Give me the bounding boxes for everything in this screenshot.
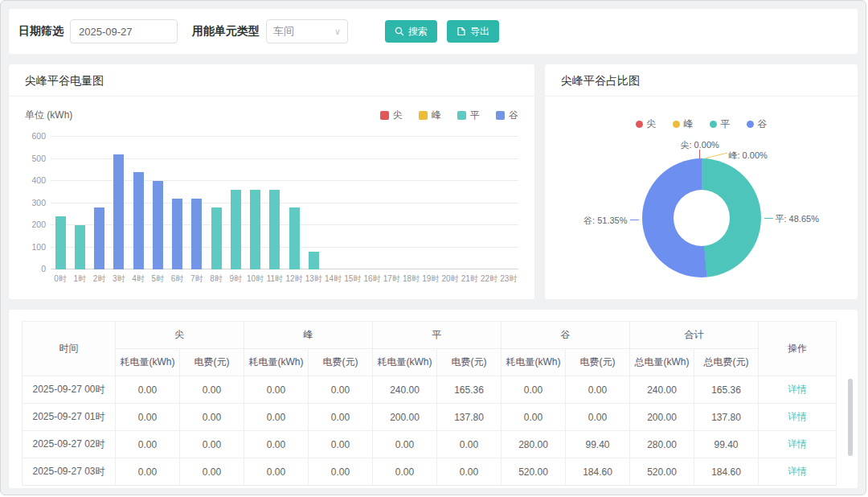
legend-item-峰[interactable]: 峰 — [673, 117, 694, 131]
unit-type-select[interactable]: 车间 ∨ — [266, 19, 348, 43]
legend-item-平[interactable]: 平 — [710, 117, 731, 131]
bar-7时[interactable] — [191, 199, 202, 269]
detail-link[interactable]: 详情 — [788, 466, 807, 477]
bar-slot — [460, 137, 479, 269]
bar-slot — [90, 137, 109, 269]
legend-swatch-icon — [747, 121, 754, 128]
legend-item-尖[interactable]: 尖 — [636, 117, 657, 131]
export-button[interactable]: 导出 — [447, 20, 499, 43]
cell-value: 165.36 — [437, 376, 502, 404]
cell-value: 165.36 — [694, 376, 759, 404]
legend-label: 尖 — [647, 117, 657, 131]
legend-item-谷[interactable]: 谷 — [747, 117, 768, 131]
bar-slot — [480, 137, 499, 269]
table-header-row-groups: 时间尖峰平谷合计操作 — [23, 322, 837, 349]
cell-value: 0.00 — [116, 431, 180, 458]
cell-value: 0.00 — [566, 376, 630, 404]
callout-flat: 平: 48.65% — [776, 213, 819, 225]
date-input[interactable] — [70, 19, 178, 43]
charts-row: 尖峰平谷电量图 单位 (kWh) 尖峰平谷 010020030040050060… — [8, 64, 858, 300]
table-row: 2025-09-27 01时0.000.000.000.00200.00137.… — [23, 404, 837, 431]
bar-slot — [129, 137, 148, 269]
bar-8时[interactable] — [211, 207, 222, 269]
search-button[interactable]: 搜索 — [385, 20, 437, 43]
bar-6时[interactable] — [172, 199, 182, 269]
bar-0时[interactable] — [55, 216, 66, 269]
cell-value: 0.00 — [373, 458, 437, 486]
cell-value: 240.00 — [630, 376, 694, 404]
legend-swatch-icon — [636, 121, 643, 128]
cell-value: 0.00 — [244, 376, 309, 404]
col-subheader: 总电量(kWh) — [630, 349, 694, 376]
bar-chart-title: 尖峰平谷电量图 — [9, 64, 534, 97]
legend-item-尖[interactable]: 尖 — [380, 109, 403, 122]
bar-slot — [304, 137, 323, 269]
y-axis-tick: 300 — [31, 198, 46, 207]
bar-slot — [343, 137, 362, 269]
bar-5时[interactable] — [153, 181, 163, 269]
legend-swatch-icon — [419, 111, 428, 120]
bar-3时[interactable] — [113, 154, 124, 269]
cell-action: 详情 — [759, 404, 837, 431]
y-axis-tick: 200 — [31, 220, 46, 229]
bar-13时[interactable] — [309, 252, 319, 269]
pie-chart-panel: 尖峰平谷占比图 尖峰平谷 尖: 0.00% 峰: 0.00% 平: 48.65%… — [544, 64, 858, 300]
detail-link[interactable]: 详情 — [788, 438, 807, 450]
cell-value: 0.00 — [244, 431, 309, 458]
detail-link[interactable]: 详情 — [788, 411, 807, 422]
legend-label: 尖 — [393, 109, 403, 122]
bar-10时[interactable] — [250, 190, 260, 269]
bar-2时[interactable] — [94, 207, 104, 269]
legend-label: 峰 — [684, 117, 694, 131]
data-table-card: 时间尖峰平谷合计操作耗电量(kWh)电费(元)耗电量(kWh)电费(元)耗电量(… — [8, 309, 858, 489]
table-scrollbar[interactable] — [848, 379, 853, 456]
col-header-time: 时间 — [23, 322, 116, 376]
bar-12时[interactable] — [289, 207, 300, 269]
legend-item-谷[interactable]: 谷 — [496, 109, 518, 122]
y-axis-tick: 500 — [31, 154, 46, 163]
unit-type-value: 车间 — [273, 24, 294, 39]
detail-link[interactable]: 详情 — [788, 384, 807, 395]
table-head: 时间尖峰平谷合计操作耗电量(kWh)电费(元)耗电量(kWh)电费(元)耗电量(… — [23, 322, 837, 376]
bar-slot — [187, 137, 207, 269]
cell-value: 0.00 — [116, 404, 180, 431]
bar-9时[interactable] — [231, 190, 241, 269]
x-axis-tick: 23时 — [499, 273, 518, 285]
cell-action: 详情 — [759, 376, 837, 404]
col-subheader: 耗电量(kWh) — [116, 349, 180, 376]
cell-value: 0.00 — [309, 458, 373, 486]
col-group-谷: 谷 — [502, 322, 630, 349]
cell-value: 0.00 — [244, 458, 309, 486]
bar-4时[interactable] — [133, 172, 144, 269]
bar-slot — [285, 137, 304, 269]
callout-sharp-line — [699, 150, 700, 158]
cell-action: 详情 — [759, 431, 837, 458]
cell-value: 0.00 — [437, 431, 502, 458]
cell-value: 0.00 — [116, 458, 180, 486]
table-row: 2025-09-27 00时0.000.000.000.00240.00165.… — [23, 376, 837, 404]
bar-chart: 0100200300400500600 — [25, 137, 518, 269]
bar-slot — [362, 137, 382, 269]
bar-11时[interactable] — [269, 190, 280, 269]
col-group-尖: 尖 — [116, 322, 244, 349]
col-subheader: 电费(元) — [566, 349, 630, 376]
legend-item-峰[interactable]: 峰 — [419, 109, 441, 122]
date-filter-label: 日期筛选 — [18, 24, 63, 39]
x-axis-tick: 4时 — [129, 273, 148, 285]
pie-chart-legend: 尖峰平谷 — [561, 117, 841, 131]
filter-bar: 日期筛选 用能单元类型 车间 ∨ 搜索 导出 — [8, 8, 858, 55]
cell-value: 0.00 — [437, 458, 502, 486]
bar-1时[interactable] — [75, 225, 85, 269]
callout-peak: 峰: 0.00% — [729, 150, 768, 162]
x-axis-tick: 13时 — [304, 273, 323, 285]
callout-flat-line — [764, 218, 773, 219]
col-subheader: 总电费(元) — [694, 349, 759, 376]
col-group-合计: 合计 — [630, 322, 759, 349]
x-axis-tick: 11时 — [265, 273, 285, 285]
col-header-action: 操作 — [759, 322, 837, 376]
legend-item-平[interactable]: 平 — [457, 109, 480, 122]
donut-ring[interactable] — [642, 158, 761, 277]
cell-value: 520.00 — [630, 458, 694, 486]
bars-row — [51, 137, 518, 269]
bar-chart-panel: 尖峰平谷电量图 单位 (kWh) 尖峰平谷 010020030040050060… — [8, 64, 535, 300]
